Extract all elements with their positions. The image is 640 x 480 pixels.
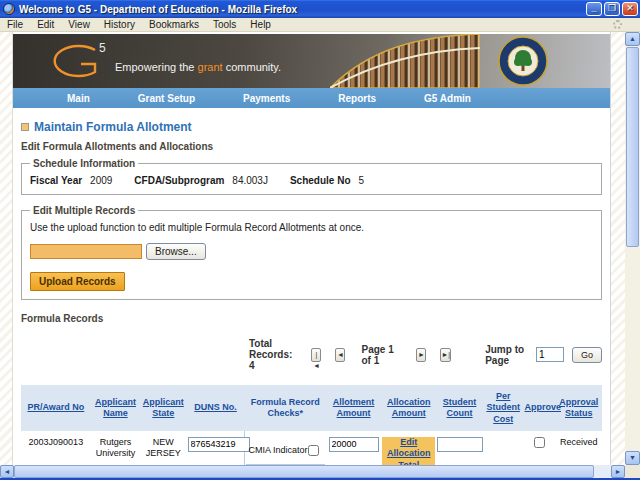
student-count-input[interactable] bbox=[437, 437, 483, 452]
total-records-label: Total Records: 4 bbox=[249, 338, 297, 371]
upload-file-input[interactable] bbox=[30, 244, 142, 259]
menu-help[interactable]: Help bbox=[243, 19, 278, 30]
g5-logo: 5 bbox=[51, 40, 111, 84]
col-applicant-name[interactable]: Applicant Name bbox=[95, 397, 136, 418]
cell-duns-no bbox=[187, 431, 245, 465]
col-formula-record-checks: Formula Record Checks* bbox=[251, 397, 320, 418]
menu-history[interactable]: History bbox=[97, 19, 142, 30]
cfda-label: CFDA/Subprogram bbox=[134, 175, 224, 186]
g5-banner: 5 Empowering the grant community. bbox=[13, 34, 610, 88]
nav-payments[interactable]: Payments bbox=[219, 93, 314, 104]
col-allocation-amount[interactable]: Allocation Amount bbox=[387, 397, 431, 418]
cmia-indicator-checkbox[interactable] bbox=[308, 445, 319, 456]
first-page-button[interactable]: |◄ bbox=[311, 348, 321, 362]
cell-allotment-amount bbox=[326, 431, 381, 465]
close-button[interactable]: ✕ bbox=[622, 2, 638, 16]
col-allotment-amount[interactable]: Allotment Amount bbox=[333, 397, 375, 418]
vertical-scrollbar[interactable]: ▲ ▼ bbox=[625, 32, 640, 465]
approve-checkbox[interactable] bbox=[534, 437, 545, 448]
jump-to-page-input[interactable] bbox=[536, 347, 564, 362]
cell-pr-award-no: 2003J090013 bbox=[21, 431, 91, 465]
col-approve[interactable]: Approve bbox=[524, 402, 561, 412]
cell-per-student-cost bbox=[483, 431, 524, 465]
menu-bookmarks[interactable]: Bookmarks bbox=[142, 19, 206, 30]
fiscal-year-label: Fiscal Year bbox=[30, 175, 82, 186]
restore-button[interactable]: ❐ bbox=[604, 2, 620, 16]
fiscal-year-value: 2009 bbox=[90, 175, 112, 186]
page-title: Maintain Formula Allotment bbox=[34, 120, 192, 134]
scroll-right-icon[interactable]: ► bbox=[611, 465, 625, 478]
menu-edit[interactable]: Edit bbox=[30, 19, 61, 30]
menu-view[interactable]: View bbox=[61, 19, 97, 30]
menu-file[interactable]: File bbox=[0, 19, 30, 30]
firefox-icon bbox=[3, 3, 15, 15]
cell-student-count bbox=[436, 431, 482, 465]
cell-applicant-state: NEW JERSEY bbox=[140, 431, 186, 465]
col-student-count[interactable]: Student Count bbox=[443, 397, 477, 418]
schedule-no-value: 5 bbox=[359, 175, 365, 186]
doe-seal bbox=[498, 36, 548, 86]
col-pr-award-no[interactable]: PR/Award No bbox=[27, 402, 84, 412]
col-applicant-state[interactable]: Applicant State bbox=[143, 397, 184, 418]
next-page-button[interactable]: ► bbox=[416, 348, 426, 362]
edit-multiple-records-fieldset: Edit Multiple Records Use the upload fun… bbox=[21, 205, 602, 300]
minimize-button[interactable]: _ bbox=[586, 2, 602, 16]
scroll-up-icon[interactable]: ▲ bbox=[625, 32, 640, 46]
main-nav: Main Grant Setup Payments Reports G5 Adm… bbox=[13, 88, 610, 108]
schedule-information-fieldset: Schedule Information Fiscal Year 2009 CF… bbox=[21, 158, 602, 195]
cfda-value: 84.003J bbox=[232, 175, 268, 186]
cell-allocation-amount: Edit Allocation Total bbox=[381, 431, 436, 465]
col-duns-no[interactable]: DUNS No. bbox=[194, 402, 237, 412]
nav-main[interactable]: Main bbox=[43, 93, 114, 104]
horizontal-scrollbar[interactable]: ◄ ► bbox=[0, 465, 625, 478]
page-canvas: 5 Empowering the grant community. bbox=[12, 32, 611, 465]
upload-records-button[interactable]: Upload Records bbox=[30, 272, 125, 291]
col-per-student-cost[interactable]: Per Student Cost bbox=[486, 391, 520, 424]
formula-records-heading: Formula Records bbox=[21, 313, 602, 324]
edit-multiple-records-legend: Edit Multiple Records bbox=[30, 205, 138, 216]
svg-text:5: 5 bbox=[99, 41, 106, 55]
menu-bar: File Edit View History Bookmarks Tools H… bbox=[0, 18, 640, 32]
browse-button[interactable]: Browse... bbox=[146, 243, 206, 260]
upload-instruction: Use the upload function to edit multiple… bbox=[30, 222, 593, 233]
table-row: 2003J090013 Rutgers University NEW JERSE… bbox=[21, 431, 602, 465]
vertical-scroll-thumb[interactable] bbox=[626, 47, 639, 247]
allotment-amount-input[interactable] bbox=[329, 437, 379, 452]
schedule-information-legend: Schedule Information bbox=[30, 158, 138, 169]
nav-grant-setup[interactable]: Grant Setup bbox=[114, 93, 219, 104]
bookshelf-image bbox=[330, 34, 480, 88]
horizontal-scroll-thumb[interactable] bbox=[14, 465, 594, 478]
duns-input[interactable] bbox=[188, 437, 250, 452]
prev-page-button[interactable]: ◄ bbox=[335, 348, 345, 362]
table-header-row: PR/Award No Applicant Name Applicant Sta… bbox=[21, 385, 602, 431]
window-titlebar: Welcome to G5 - Department of Education … bbox=[0, 0, 640, 18]
page-content: Maintain Formula Allotment Edit Formula … bbox=[13, 108, 610, 465]
go-button[interactable]: Go bbox=[572, 347, 602, 363]
cell-approve bbox=[523, 431, 555, 465]
banner-tagline: Empowering the grant community. bbox=[115, 61, 281, 73]
cmia-indicator-label: CMIA Indicator bbox=[248, 445, 308, 457]
throbber-icon bbox=[613, 20, 622, 29]
menu-tools[interactable]: Tools bbox=[206, 19, 243, 30]
page-indicator: Page 1 of 1 bbox=[361, 344, 394, 366]
nav-reports[interactable]: Reports bbox=[314, 93, 400, 104]
schedule-no-label: Schedule No bbox=[290, 175, 351, 186]
edit-allocation-total-link[interactable]: Edit Allocation Total bbox=[382, 437, 435, 465]
formula-records-table: PR/Award No Applicant Name Applicant Sta… bbox=[21, 385, 602, 465]
cell-approval-status: Received bbox=[555, 431, 602, 465]
window-title: Welcome to G5 - Department of Education … bbox=[19, 4, 297, 15]
pagination-bar: Total Records: 4 |◄ ◄ Page 1 of 1 ► ►| J… bbox=[21, 338, 602, 371]
cell-formula-record-checks: CMIA Indicator High Risk HR Certificatio… bbox=[245, 431, 326, 465]
cell-applicant-name: Rutgers University bbox=[91, 431, 140, 465]
nav-g5-admin[interactable]: G5 Admin bbox=[400, 93, 495, 104]
scroll-down-icon[interactable]: ▼ bbox=[625, 451, 640, 465]
col-approval-status[interactable]: Approval Status bbox=[559, 397, 598, 418]
scroll-left-icon[interactable]: ◄ bbox=[0, 465, 14, 478]
last-page-button[interactable]: ►| bbox=[440, 348, 451, 362]
scrollbar-corner bbox=[625, 465, 640, 478]
browser-viewport: 5 Empowering the grant community. bbox=[0, 32, 625, 465]
jump-to-page-label: Jump to Page bbox=[485, 344, 526, 366]
bullet-icon bbox=[21, 123, 29, 131]
page-subtitle: Edit Formula Allotments and Allocations bbox=[21, 141, 602, 152]
